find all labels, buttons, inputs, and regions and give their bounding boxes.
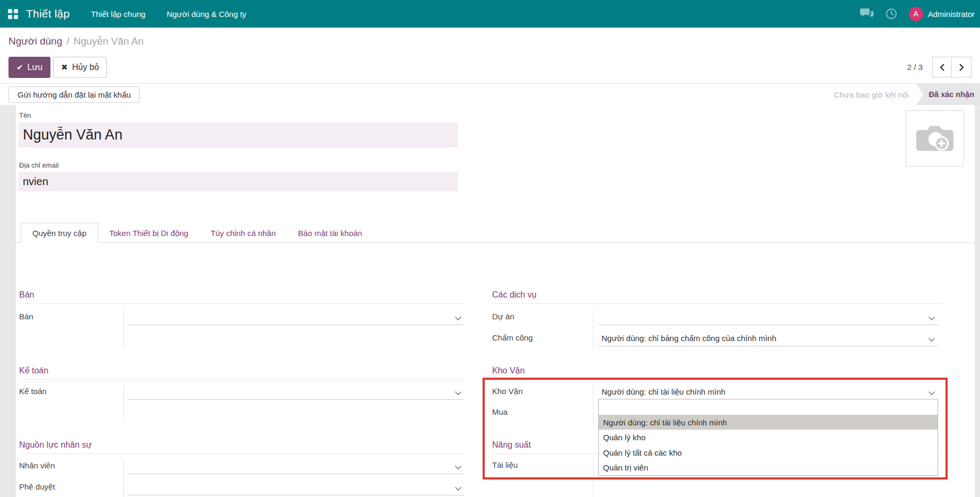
section-title-human-resources: Nguồn lực nhân sự (19, 440, 465, 454)
name-input[interactable] (19, 123, 458, 147)
tab-mobile-device-token[interactable]: Token Thiết bị Di động (98, 223, 200, 243)
pager-next-button[interactable] (952, 57, 972, 77)
status-confirmed[interactable]: Đã xác nhận (916, 84, 980, 105)
section-title-accounting: Kế toán (19, 366, 465, 380)
select-sales[interactable] (127, 312, 465, 325)
field-label-inventory: Kho Vận (492, 387, 523, 396)
pager-previous-button[interactable] (932, 57, 952, 77)
tab-access-rights[interactable]: Quyền truy cập (21, 223, 98, 243)
chevron-down-icon (454, 391, 462, 396)
apps-grid-icon[interactable] (8, 9, 18, 19)
statusbar: Chưa bao giờ kết nối Đã xác nhận (834, 84, 980, 105)
chevron-down-icon (454, 316, 462, 321)
select-approvals[interactable] (127, 482, 465, 495)
breadcrumb-current: Nguyễn Văn An (74, 36, 144, 47)
breadcrumb-separator: / (66, 36, 69, 47)
form-view-background: Tên Địa chỉ email Quyền truy cập Token T… (0, 105, 980, 497)
profile-image-placeholder[interactable] (906, 110, 964, 167)
dropdown-option[interactable]: Quản trị viên (599, 460, 938, 475)
menu-item-users-companies[interactable]: Người dùng & Công ty (167, 10, 246, 19)
pager-counter: 2 / 3 (907, 63, 923, 72)
top-navbar: Thiết lập Thiết lập chung Người dùng & C… (0, 0, 980, 28)
inventory-select-dropdown: Người dùng: chỉ tài liệu chính mình Quản… (598, 399, 938, 476)
menu-item-general-settings[interactable]: Thiết lập chung (91, 10, 145, 19)
email-field-label: Địa chỉ email (19, 161, 58, 169)
field-label-approvals: Phê duyệt (19, 482, 55, 491)
chevron-down-icon (928, 337, 935, 342)
discard-button[interactable]: ✖ Hủy bỏ (53, 57, 107, 78)
dropdown-option-empty[interactable] (599, 399, 938, 415)
user-name[interactable]: Administrator (928, 10, 975, 19)
select-timesheets[interactable]: Người dùng: chỉ bảng chấm công của chính… (598, 333, 938, 346)
pager: 2 / 3 (907, 57, 972, 77)
user-avatar[interactable]: A (909, 7, 923, 21)
notebook-tabs: Quyền truy cập Token Thiết bị Di động Tù… (16, 223, 975, 243)
select-employees[interactable] (127, 461, 465, 474)
form-sheet: Tên Địa chỉ email Quyền truy cập Token T… (16, 105, 975, 497)
chevron-down-icon (928, 391, 935, 396)
field-label-employees: Nhân viên (19, 461, 55, 470)
app-title[interactable]: Thiết lập (26, 7, 70, 20)
camera-plus-icon (915, 123, 955, 154)
dropdown-option[interactable]: Quản lý kho (599, 430, 938, 445)
send-password-reset-button[interactable]: Gửi hướng dẫn đặt lại mật khẩu (8, 86, 140, 103)
field-label-project: Dự án (492, 312, 514, 321)
action-bar: Gửi hướng dẫn đặt lại mật khẩu Chưa bao … (0, 84, 980, 105)
dropdown-option[interactable]: Quản lý tất cả các kho (599, 445, 938, 460)
section-title-inventory: Kho Vận (492, 366, 942, 380)
save-button[interactable]: ✔ Lưu (8, 57, 50, 78)
email-input[interactable] (19, 172, 458, 191)
tab-preferences[interactable]: Tùy chỉnh cá nhân (200, 223, 287, 243)
check-icon: ✔ (16, 63, 23, 72)
control-panel-buttons: ✔ Lưu ✖ Hủy bỏ 2 / 3 (0, 55, 980, 84)
chevron-down-icon (928, 316, 935, 321)
name-field-label: Tên (19, 111, 31, 119)
dropdown-option-selected[interactable]: Người dùng: chỉ tài liệu chính mình (599, 415, 938, 430)
chat-icon[interactable] (860, 8, 874, 20)
tab-account-security[interactable]: Bảo mật tài khoản (287, 223, 373, 243)
chevron-down-icon (454, 486, 462, 491)
x-icon: ✖ (61, 63, 68, 72)
select-accounting[interactable] (127, 387, 465, 400)
section-title-services: Các dịch vụ (492, 290, 942, 304)
field-label-purchase: Mua (492, 407, 508, 416)
activity-clock-icon[interactable] (886, 8, 897, 20)
section-title-sales: Bán (19, 290, 465, 304)
field-label-documents: Tài liệu (492, 460, 518, 469)
breadcrumb: Người dùng / Nguyễn Văn An (0, 28, 980, 55)
select-project[interactable] (598, 312, 938, 325)
field-label-sales: Bán (19, 312, 33, 321)
field-label-accounting: Kế toán (19, 387, 47, 396)
field-label-timesheets: Chấm công (492, 333, 533, 342)
chevron-down-icon (454, 465, 462, 470)
status-never-connected[interactable]: Chưa bao giờ kết nối (834, 90, 909, 99)
breadcrumb-parent-link[interactable]: Người dùng (8, 36, 62, 47)
select-inventory[interactable]: Người dùng: chỉ tài liệu chính mình (598, 387, 938, 400)
